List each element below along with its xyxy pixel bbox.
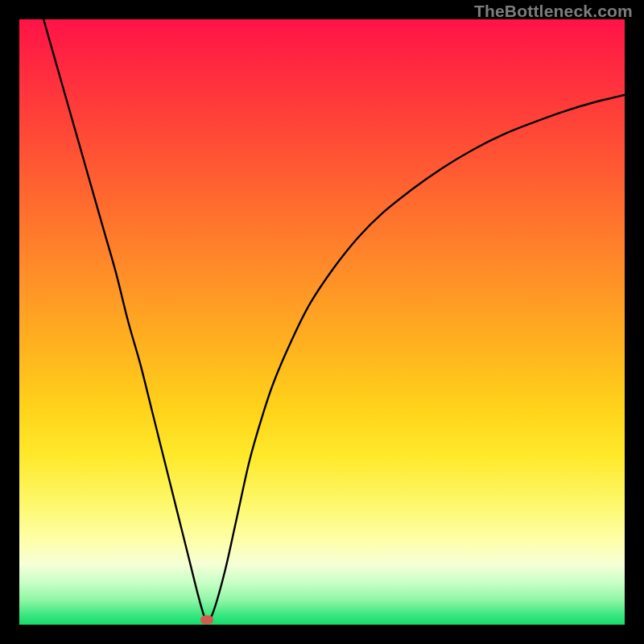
curve-layer: [19, 19, 625, 625]
watermark-label: TheBottleneck.com: [474, 2, 633, 21]
plot-area: [19, 19, 625, 625]
bottleneck-curve: [43, 19, 625, 620]
optimal-point-marker: [200, 615, 213, 624]
chart-frame: TheBottleneck.com: [0, 0, 644, 644]
